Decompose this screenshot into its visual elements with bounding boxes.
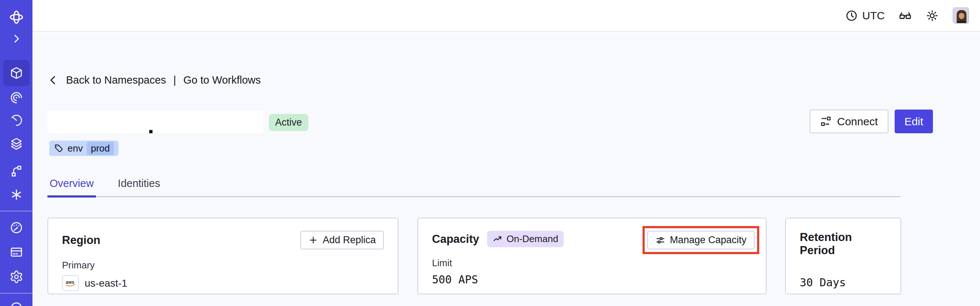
action-highlight-box: Manage Capacity bbox=[643, 226, 759, 254]
retention-value: 30 Days bbox=[800, 276, 886, 289]
tag-key: env bbox=[67, 143, 83, 154]
capacity-card: Capacity On-Demand Manage Capacity Limit… bbox=[417, 218, 767, 294]
partial-circle-icon bbox=[10, 300, 23, 306]
tab-identities[interactable]: Identities bbox=[116, 177, 162, 198]
region-value-row: aws us-east-1 bbox=[62, 275, 384, 291]
capacity-limit-value: 500 APS bbox=[432, 273, 752, 286]
layers-icon bbox=[10, 137, 23, 151]
sidebar-divider bbox=[0, 211, 32, 212]
sliders-icon bbox=[655, 235, 665, 245]
region-primary-label: Primary bbox=[62, 260, 384, 271]
asterisk-icon bbox=[10, 188, 23, 202]
manage-capacity-label: Manage Capacity bbox=[670, 234, 746, 246]
sidebar-item-deployments[interactable] bbox=[10, 137, 23, 151]
edit-button[interactable]: Edit bbox=[895, 110, 933, 133]
gear-icon bbox=[10, 270, 23, 284]
trend-up-icon bbox=[493, 234, 503, 244]
clock-icon bbox=[845, 10, 858, 22]
header-actions: Connect Edit bbox=[810, 110, 933, 133]
breadcrumb-workflows-link[interactable]: Go to Workflows bbox=[183, 74, 261, 86]
sidebar-divider bbox=[0, 293, 32, 293]
sidebar-item-namespaces[interactable] bbox=[3, 60, 30, 86]
sidebar-item-help[interactable] bbox=[10, 300, 23, 306]
cube-icon bbox=[10, 66, 23, 80]
temporal-logo[interactable] bbox=[9, 10, 24, 25]
retention-card: Retention Period 30 Days bbox=[785, 218, 901, 294]
capacity-limit-label: Limit bbox=[432, 257, 752, 269]
sidebar-item-spiral[interactable] bbox=[10, 91, 23, 104]
on-demand-badge: On-Demand bbox=[487, 231, 564, 247]
sidebar-item-usage[interactable] bbox=[10, 221, 23, 234]
connect-button-label: Connect bbox=[837, 115, 878, 128]
chevron-left-icon[interactable] bbox=[48, 75, 59, 86]
retention-card-title: Retention Period bbox=[800, 231, 886, 257]
plus-icon bbox=[308, 235, 318, 245]
manage-capacity-button[interactable]: Manage Capacity bbox=[647, 231, 754, 249]
region-name: us-east-1 bbox=[84, 277, 127, 289]
sun-icon bbox=[926, 9, 939, 22]
glasses-icon bbox=[899, 9, 912, 22]
spiral-icon bbox=[10, 91, 23, 104]
redaction-artifact bbox=[149, 130, 153, 133]
billing-card-icon bbox=[10, 245, 23, 259]
sidebar-item-nexus[interactable] bbox=[10, 188, 23, 202]
breadcrumb-separator: | bbox=[173, 74, 176, 86]
breadcrumb: Back to Namespaces | Go to Workflows bbox=[48, 74, 261, 86]
region-card-title: Region bbox=[62, 234, 100, 247]
sidebar-item-settings[interactable] bbox=[10, 270, 23, 284]
topbar: UTC bbox=[32, 0, 980, 32]
breadcrumb-back-link[interactable]: Back to Namespaces bbox=[66, 74, 166, 86]
region-card: Region Add Replica Primary aws us-east-1 bbox=[48, 218, 398, 294]
add-replica-button[interactable]: Add Replica bbox=[300, 231, 384, 249]
capacity-card-title: Capacity bbox=[432, 233, 479, 246]
timer-icon bbox=[10, 113, 23, 127]
sidebar-expand-chevron-right-icon[interactable] bbox=[11, 33, 22, 45]
branch-icon bbox=[10, 164, 23, 178]
redacted-namespace-title bbox=[48, 112, 263, 133]
connect-flow-icon bbox=[820, 116, 832, 127]
svg-text:aws: aws bbox=[66, 280, 75, 285]
timezone-selector[interactable]: UTC bbox=[845, 10, 885, 22]
sidebar-item-batch[interactable] bbox=[10, 164, 23, 178]
namespace-tag-chip: env prod bbox=[49, 140, 119, 156]
status-badge: Active bbox=[269, 114, 308, 131]
labs-glasses-button[interactable] bbox=[899, 9, 912, 22]
connect-button[interactable]: Connect bbox=[810, 110, 888, 133]
user-avatar[interactable] bbox=[953, 7, 969, 24]
gauge-icon bbox=[10, 221, 23, 234]
edit-button-label: Edit bbox=[904, 115, 923, 128]
theme-toggle-button[interactable] bbox=[926, 9, 939, 22]
tag-value: prod bbox=[87, 142, 114, 155]
tag-icon bbox=[54, 143, 64, 153]
sidebar-item-schedules[interactable] bbox=[10, 113, 23, 127]
tab-bar: Overview Identities bbox=[48, 177, 900, 197]
tab-overview[interactable]: Overview bbox=[48, 177, 96, 198]
on-demand-label: On-Demand bbox=[506, 233, 558, 245]
timezone-label: UTC bbox=[862, 10, 885, 22]
sidebar bbox=[0, 0, 32, 306]
sidebar-item-billing[interactable] bbox=[10, 245, 23, 259]
add-replica-label: Add Replica bbox=[323, 234, 376, 246]
aws-logo: aws bbox=[62, 275, 79, 291]
